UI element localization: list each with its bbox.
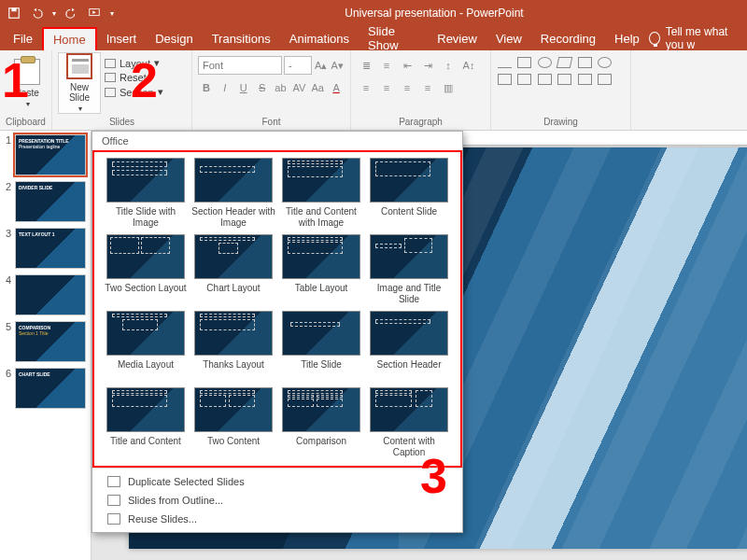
- shape-arrow-icon[interactable]: [557, 57, 573, 68]
- paste-dropdown-icon[interactable]: [24, 98, 30, 108]
- thumb-num: 2: [2, 181, 15, 222]
- layout-option[interactable]: Media Layout: [104, 311, 188, 382]
- bold-button[interactable]: B: [198, 78, 215, 97]
- layout-option-label: Thanks Layout: [203, 359, 264, 382]
- section-label: Section: [120, 87, 154, 98]
- tab-view[interactable]: View: [486, 28, 531, 49]
- tab-file[interactable]: File: [4, 28, 42, 49]
- layout-option[interactable]: Title Slide with Image: [104, 158, 188, 229]
- layout-option[interactable]: Two Section Layout: [104, 234, 188, 305]
- layout-option-label: Image and Title Slide: [367, 283, 451, 305]
- shape-oval2-icon[interactable]: [598, 57, 612, 68]
- save-icon[interactable]: [7, 7, 21, 20]
- layout-option[interactable]: Content with Caption: [367, 387, 451, 458]
- layout-option[interactable]: Image and Title Slide: [367, 234, 451, 305]
- start-from-beginning-icon[interactable]: [88, 7, 101, 20]
- align-left-button[interactable]: ≡: [357, 78, 375, 97]
- strike-button[interactable]: S: [254, 78, 271, 97]
- new-slide-dropdown-icon[interactable]: [77, 103, 82, 113]
- increase-font-icon[interactable]: A▴: [314, 56, 329, 75]
- ribbon-tabs: File Home Insert Design Transitions Anim…: [0, 26, 747, 50]
- reset-button[interactable]: Reset: [101, 71, 167, 84]
- thumb-1[interactable]: 1PRESENTATION TITLEPresentation tagline: [2, 134, 89, 175]
- redo-icon[interactable]: [65, 7, 78, 20]
- columns-button[interactable]: ▥: [439, 78, 458, 97]
- layout-button[interactable]: Layout ▾: [101, 56, 167, 70]
- new-slide-button[interactable]: NewSlide: [58, 52, 101, 114]
- shape-hex-icon[interactable]: [538, 74, 552, 85]
- layout-menu-footer: Duplicate Selected Slides Slides from Ou…: [92, 468, 462, 532]
- bulb-icon: [649, 32, 660, 45]
- reuse-slides-button[interactable]: Reuse Slides...: [92, 510, 462, 528]
- shape-penta-icon[interactable]: [517, 74, 531, 85]
- thumb-6[interactable]: 6CHART SLIDE: [2, 368, 89, 409]
- layout-option[interactable]: Title and Content with Image: [279, 158, 363, 229]
- font-group-label: Font: [198, 116, 345, 130]
- font-family-input[interactable]: [198, 56, 282, 75]
- layout-option[interactable]: Comparison: [279, 387, 363, 458]
- shape-brace-icon[interactable]: [557, 74, 571, 85]
- bullets-button[interactable]: ≣: [357, 56, 375, 75]
- tab-recording[interactable]: Recording: [531, 28, 605, 49]
- layout-option[interactable]: Thanks Layout: [191, 311, 275, 382]
- layout-option[interactable]: Table Layout: [279, 234, 363, 305]
- thumb-title: DIVIDER SLIDE: [19, 185, 82, 190]
- layout-label: Layout: [120, 58, 150, 69]
- case-button[interactable]: Aa: [309, 78, 326, 97]
- text-direction-button[interactable]: A↕: [459, 56, 478, 75]
- tab-review[interactable]: Review: [428, 28, 486, 49]
- duplicate-slides-button[interactable]: Duplicate Selected Slides: [92, 472, 462, 491]
- paste-button[interactable]: Paste: [6, 52, 49, 114]
- tab-home[interactable]: Home: [42, 27, 97, 50]
- thumb-num: 6: [2, 368, 15, 409]
- tab-animations[interactable]: Animations: [280, 28, 359, 49]
- tab-insert[interactable]: Insert: [97, 28, 147, 49]
- layout-option[interactable]: Content Slide: [367, 158, 451, 229]
- paste-icon: [14, 59, 40, 85]
- layout-option[interactable]: Two Content: [191, 387, 275, 458]
- layout-option[interactable]: Section Header: [367, 311, 451, 382]
- new-slide-layout-menu: Office Title Slide with ImageSection Hea…: [92, 131, 463, 533]
- qat-dropdown-icon[interactable]: ▾: [110, 9, 114, 18]
- drawing-group-label: Drawing: [497, 116, 625, 130]
- slide-thumbnails[interactable]: 1PRESENTATION TITLEPresentation tagline …: [0, 131, 92, 560]
- shape-rect2-icon[interactable]: [578, 57, 592, 68]
- tab-design[interactable]: Design: [146, 28, 202, 49]
- section-button[interactable]: Section ▾: [101, 85, 167, 99]
- indent-inc-button[interactable]: ⇥: [418, 56, 437, 75]
- layout-option[interactable]: Title and Content: [104, 387, 188, 458]
- layout-option[interactable]: Section Header with Image: [191, 158, 275, 229]
- undo-icon[interactable]: [30, 7, 43, 20]
- layout-option[interactable]: Title Slide: [279, 311, 363, 382]
- align-right-button[interactable]: ≡: [398, 78, 416, 97]
- underline-button[interactable]: U: [235, 78, 252, 97]
- shadow-button[interactable]: ab: [273, 78, 289, 97]
- tell-me[interactable]: Tell me what you w: [649, 25, 743, 51]
- shape-line-icon[interactable]: [498, 67, 512, 68]
- spacing-button[interactable]: AV: [290, 78, 307, 97]
- undo-dropdown-icon[interactable]: ▾: [52, 9, 56, 18]
- italic-button[interactable]: I: [217, 78, 233, 97]
- font-size-input[interactable]: [284, 56, 312, 75]
- justify-button[interactable]: ≡: [418, 78, 437, 97]
- numbering-button[interactable]: ≡: [377, 56, 396, 75]
- shape-tri-icon[interactable]: [498, 74, 512, 85]
- thumb-5[interactable]: 5COMPARISONSection 1 Title: [2, 321, 89, 362]
- indent-dec-button[interactable]: ⇤: [398, 56, 416, 75]
- thumb-num: 4: [2, 274, 15, 315]
- shape-callout-icon[interactable]: [598, 74, 612, 85]
- thumb-3[interactable]: 3TEXT LAYOUT 1: [2, 228, 89, 269]
- slides-from-outline-button[interactable]: Slides from Outline...: [92, 491, 462, 510]
- decrease-font-icon[interactable]: A▾: [331, 56, 345, 75]
- shape-oval-icon[interactable]: [538, 57, 552, 68]
- shape-star-icon[interactable]: [578, 74, 592, 85]
- line-spacing-button[interactable]: ↕: [439, 56, 458, 75]
- font-color-button[interactable]: A: [328, 78, 345, 97]
- thumb-2[interactable]: 2DIVIDER SLIDE: [2, 181, 89, 222]
- layout-option[interactable]: Chart Layout: [191, 234, 275, 305]
- align-center-button[interactable]: ≡: [377, 78, 396, 97]
- shape-rect-icon[interactable]: [517, 57, 531, 68]
- thumb-4[interactable]: 4: [2, 274, 89, 315]
- tab-transitions[interactable]: Transitions: [203, 28, 280, 49]
- tab-help[interactable]: Help: [605, 28, 649, 49]
